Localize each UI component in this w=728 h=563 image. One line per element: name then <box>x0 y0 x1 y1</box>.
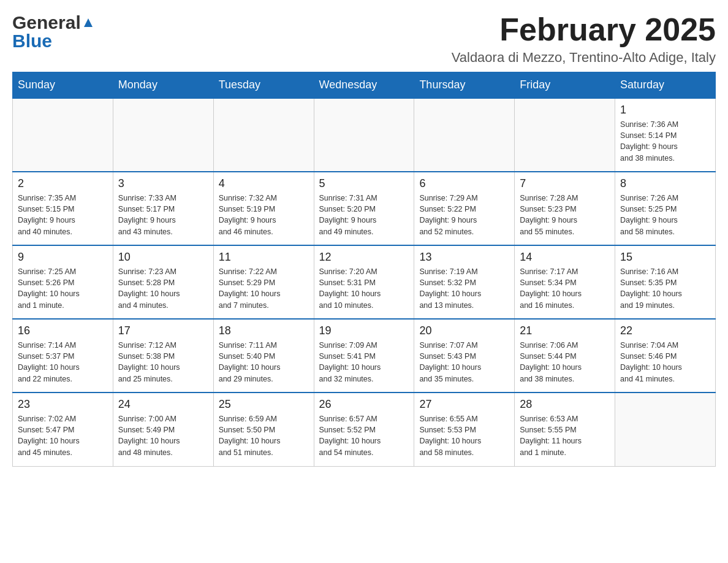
calendar-week-row: 16Sunrise: 7:14 AMSunset: 5:37 PMDayligh… <box>13 319 716 393</box>
day-info: Sunrise: 7:31 AMSunset: 5:20 PMDaylight:… <box>319 193 409 237</box>
day-info: Sunrise: 7:25 AMSunset: 5:26 PMDaylight:… <box>18 266 108 311</box>
day-info: Sunrise: 7:28 AMSunset: 5:23 PMDaylight:… <box>520 193 610 237</box>
day-number: 25 <box>219 398 309 411</box>
day-number: 3 <box>118 177 208 190</box>
day-number: 9 <box>18 251 108 264</box>
calendar-day-cell: 22Sunrise: 7:04 AMSunset: 5:46 PMDayligh… <box>615 319 716 393</box>
day-info: Sunrise: 7:29 AMSunset: 5:22 PMDaylight:… <box>419 193 509 237</box>
day-info: Sunrise: 7:14 AMSunset: 5:37 PMDaylight:… <box>18 340 108 385</box>
calendar-day-cell: 4Sunrise: 7:32 AMSunset: 5:19 PMDaylight… <box>213 172 314 245</box>
calendar-day-cell: 9Sunrise: 7:25 AMSunset: 5:26 PMDaylight… <box>13 245 113 319</box>
day-number: 4 <box>219 177 309 190</box>
day-info: Sunrise: 7:22 AMSunset: 5:29 PMDaylight:… <box>219 266 309 311</box>
calendar-day-cell: 25Sunrise: 6:59 AMSunset: 5:50 PMDayligh… <box>213 393 314 466</box>
calendar-day-cell: 19Sunrise: 7:09 AMSunset: 5:41 PMDayligh… <box>314 319 414 393</box>
calendar-day-cell: 5Sunrise: 7:31 AMSunset: 5:20 PMDaylight… <box>314 172 414 245</box>
day-number: 2 <box>18 177 108 190</box>
calendar-day-cell: 12Sunrise: 7:20 AMSunset: 5:31 PMDayligh… <box>314 245 414 319</box>
title-section: February 2025 Valdaora di Mezzo, Trentin… <box>452 12 716 66</box>
calendar-day-cell: 23Sunrise: 7:02 AMSunset: 5:47 PMDayligh… <box>13 393 113 466</box>
day-number: 8 <box>620 177 710 190</box>
day-number: 1 <box>620 104 710 117</box>
weekday-header-saturday: Saturday <box>615 72 716 99</box>
calendar-day-cell: 16Sunrise: 7:14 AMSunset: 5:37 PMDayligh… <box>13 319 113 393</box>
calendar-day-cell <box>314 98 414 172</box>
day-info: Sunrise: 7:02 AMSunset: 5:47 PMDaylight:… <box>18 413 108 458</box>
calendar-day-cell: 8Sunrise: 7:26 AMSunset: 5:25 PMDaylight… <box>615 172 716 245</box>
calendar-day-cell <box>13 98 113 172</box>
day-info: Sunrise: 7:20 AMSunset: 5:31 PMDaylight:… <box>319 266 409 311</box>
day-info: Sunrise: 7:33 AMSunset: 5:17 PMDaylight:… <box>118 193 208 237</box>
day-number: 16 <box>18 324 108 337</box>
day-info: Sunrise: 7:23 AMSunset: 5:28 PMDaylight:… <box>118 266 208 311</box>
logo-general: General <box>12 12 81 33</box>
day-number: 5 <box>319 177 409 190</box>
weekday-header-monday: Monday <box>113 72 213 99</box>
day-info: Sunrise: 7:19 AMSunset: 5:32 PMDaylight:… <box>419 266 509 311</box>
day-info: Sunrise: 7:00 AMSunset: 5:49 PMDaylight:… <box>118 413 208 458</box>
day-number: 24 <box>118 398 208 411</box>
calendar-day-cell <box>113 98 213 172</box>
day-number: 27 <box>419 398 509 411</box>
calendar-day-cell: 28Sunrise: 6:53 AMSunset: 5:55 PMDayligh… <box>515 393 615 466</box>
weekday-header-sunday: Sunday <box>13 72 113 99</box>
day-info: Sunrise: 6:53 AMSunset: 5:55 PMDaylight:… <box>520 413 610 458</box>
day-info: Sunrise: 7:17 AMSunset: 5:34 PMDaylight:… <box>520 266 610 311</box>
day-number: 26 <box>319 398 409 411</box>
day-number: 6 <box>419 177 509 190</box>
day-number: 18 <box>219 324 309 337</box>
day-info: Sunrise: 7:07 AMSunset: 5:43 PMDaylight:… <box>419 340 509 385</box>
calendar-day-cell: 15Sunrise: 7:16 AMSunset: 5:35 PMDayligh… <box>615 245 716 319</box>
day-number: 28 <box>520 398 610 411</box>
calendar-day-cell: 10Sunrise: 7:23 AMSunset: 5:28 PMDayligh… <box>113 245 213 319</box>
calendar-week-row: 9Sunrise: 7:25 AMSunset: 5:26 PMDaylight… <box>13 245 716 319</box>
calendar-day-cell: 13Sunrise: 7:19 AMSunset: 5:32 PMDayligh… <box>414 245 515 319</box>
day-info: Sunrise: 6:55 AMSunset: 5:53 PMDaylight:… <box>419 413 509 458</box>
day-number: 17 <box>118 324 208 337</box>
calendar-day-cell <box>414 98 515 172</box>
day-info: Sunrise: 6:59 AMSunset: 5:50 PMDaylight:… <box>219 413 309 458</box>
day-number: 13 <box>419 251 509 264</box>
day-number: 12 <box>319 251 409 264</box>
day-info: Sunrise: 7:06 AMSunset: 5:44 PMDaylight:… <box>520 340 610 385</box>
calendar-day-cell: 18Sunrise: 7:11 AMSunset: 5:40 PMDayligh… <box>213 319 314 393</box>
day-info: Sunrise: 7:32 AMSunset: 5:19 PMDaylight:… <box>219 193 309 237</box>
location-subtitle: Valdaora di Mezzo, Trentino-Alto Adige, … <box>452 50 716 66</box>
day-number: 19 <box>319 324 409 337</box>
logo: General Blue <box>12 12 96 52</box>
day-number: 21 <box>520 324 610 337</box>
day-number: 23 <box>18 398 108 411</box>
calendar-day-cell: 26Sunrise: 6:57 AMSunset: 5:52 PMDayligh… <box>314 393 414 466</box>
calendar-day-cell <box>213 98 314 172</box>
calendar-week-row: 2Sunrise: 7:35 AMSunset: 5:15 PMDaylight… <box>13 172 716 245</box>
day-number: 10 <box>118 251 208 264</box>
day-info: Sunrise: 6:57 AMSunset: 5:52 PMDaylight:… <box>319 413 409 458</box>
calendar-table: SundayMondayTuesdayWednesdayThursdayFrid… <box>12 72 716 467</box>
day-info: Sunrise: 7:11 AMSunset: 5:40 PMDaylight:… <box>219 340 309 385</box>
svg-marker-0 <box>84 18 93 27</box>
page-header: General Blue February 2025 Valdaora di M… <box>12 12 716 66</box>
weekday-header-friday: Friday <box>515 72 615 99</box>
calendar-day-cell: 3Sunrise: 7:33 AMSunset: 5:17 PMDaylight… <box>113 172 213 245</box>
day-number: 7 <box>520 177 610 190</box>
calendar-day-cell: 11Sunrise: 7:22 AMSunset: 5:29 PMDayligh… <box>213 245 314 319</box>
calendar-day-cell: 20Sunrise: 7:07 AMSunset: 5:43 PMDayligh… <box>414 319 515 393</box>
calendar-day-cell: 27Sunrise: 6:55 AMSunset: 5:53 PMDayligh… <box>414 393 515 466</box>
calendar-day-cell: 24Sunrise: 7:00 AMSunset: 5:49 PMDayligh… <box>113 393 213 466</box>
calendar-header-row: SundayMondayTuesdayWednesdayThursdayFrid… <box>13 72 716 99</box>
day-number: 14 <box>520 251 610 264</box>
calendar-day-cell: 17Sunrise: 7:12 AMSunset: 5:38 PMDayligh… <box>113 319 213 393</box>
calendar-week-row: 1Sunrise: 7:36 AMSunset: 5:14 PMDaylight… <box>13 98 716 172</box>
calendar-day-cell: 6Sunrise: 7:29 AMSunset: 5:22 PMDaylight… <box>414 172 515 245</box>
day-info: Sunrise: 7:04 AMSunset: 5:46 PMDaylight:… <box>620 340 710 385</box>
day-number: 22 <box>620 324 710 337</box>
calendar-day-cell: 21Sunrise: 7:06 AMSunset: 5:44 PMDayligh… <box>515 319 615 393</box>
day-info: Sunrise: 7:09 AMSunset: 5:41 PMDaylight:… <box>319 340 409 385</box>
calendar-day-cell <box>615 393 716 466</box>
logo-triangle-icon <box>82 16 95 29</box>
calendar-week-row: 23Sunrise: 7:02 AMSunset: 5:47 PMDayligh… <box>13 393 716 466</box>
day-info: Sunrise: 7:26 AMSunset: 5:25 PMDaylight:… <box>620 193 710 237</box>
weekday-header-tuesday: Tuesday <box>213 72 314 99</box>
weekday-header-wednesday: Wednesday <box>314 72 414 99</box>
calendar-day-cell <box>515 98 615 172</box>
